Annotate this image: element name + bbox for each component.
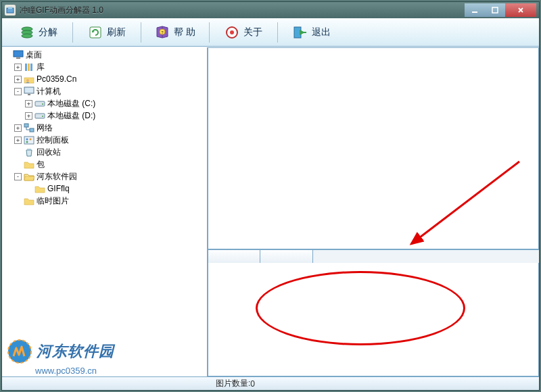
exit-icon xyxy=(293,25,308,40)
annotation-ellipse xyxy=(256,271,465,345)
refresh-label: 刷新 xyxy=(107,26,126,39)
app-window: 冲瞳GIF动画分解器 1.0 分解 刷新 ? 帮 助 xyxy=(1,1,540,391)
svg-point-30 xyxy=(26,139,28,141)
stack-icon xyxy=(20,25,34,40)
content-area: 桌面+库+Pc0359.Cn-计算机+本地磁盘 (C:)+本地磁盘 (D:)+网… xyxy=(2,47,539,376)
svg-rect-15 xyxy=(16,57,20,59)
decompose-button[interactable]: 分解 xyxy=(7,20,70,45)
frame-tab[interactable] xyxy=(208,250,260,264)
tree-item-label: 回收站 xyxy=(37,147,61,158)
window-controls xyxy=(465,3,536,17)
svg-rect-21 xyxy=(24,87,34,93)
expand-spacer xyxy=(14,161,22,168)
refresh-icon xyxy=(88,25,103,40)
tree-item-label: GIFflq xyxy=(47,184,70,193)
toolbar-separator xyxy=(72,22,73,43)
svg-rect-25 xyxy=(35,114,45,118)
toolbar: 分解 刷新 ? 帮 助 关于 退出 xyxy=(2,18,539,47)
image-count-label: 图片数量: xyxy=(216,378,250,389)
svg-rect-3 xyxy=(492,7,498,13)
expand-spacer xyxy=(14,197,22,205)
about-label: 关于 xyxy=(243,26,262,39)
expand-toggle[interactable]: + xyxy=(14,64,22,71)
tree-item[interactable]: 回收站 xyxy=(3,146,206,158)
tree-item[interactable]: 临时图片 xyxy=(3,195,206,207)
tree-item-label: 本地磁盘 (C:) xyxy=(47,98,95,109)
tree-item-label: 桌面 xyxy=(26,49,42,61)
tree-item-label: 包 xyxy=(37,159,45,170)
tree-item-label: 河东软件园 xyxy=(37,171,77,182)
image-count-value: 0 xyxy=(250,379,255,389)
expand-toggle[interactable]: + xyxy=(14,76,22,83)
help-button[interactable]: ? 帮 助 xyxy=(144,20,206,45)
toolbar-separator xyxy=(209,22,210,43)
expand-toggle[interactable]: - xyxy=(14,173,22,180)
svg-rect-17 xyxy=(28,64,30,71)
about-icon xyxy=(225,25,239,40)
tree-item[interactable]: +Pc0359.Cn xyxy=(3,73,206,85)
folder-icon xyxy=(24,159,34,170)
expand-spacer xyxy=(3,51,11,59)
tree-item[interactable]: +网络 xyxy=(3,122,206,134)
tree-item[interactable]: +控制面板 xyxy=(3,134,206,146)
decompose-label: 分解 xyxy=(39,26,57,39)
tree-item-label: 临时图片 xyxy=(37,195,69,207)
svg-rect-18 xyxy=(30,64,32,71)
svg-point-11 xyxy=(230,30,234,34)
frame-tab[interactable] xyxy=(260,250,313,264)
tree-item-label: 本地磁盘 (D:) xyxy=(47,110,95,122)
user-icon xyxy=(24,74,34,84)
svg-rect-28 xyxy=(30,128,34,132)
window-title: 冲瞳GIF动画分解器 1.0 xyxy=(20,5,465,16)
toolbar-separator xyxy=(141,22,141,43)
refresh-button[interactable]: 刷新 xyxy=(76,20,138,45)
maximize-button[interactable] xyxy=(485,3,505,17)
statusbar: 图片数量:0 xyxy=(2,376,539,390)
exit-button[interactable]: 退出 xyxy=(281,20,343,45)
expand-toggle[interactable]: + xyxy=(25,100,32,107)
tree-item-label: Pc0359.Cn xyxy=(37,74,76,84)
close-button[interactable] xyxy=(505,3,536,17)
minimize-button[interactable] xyxy=(465,3,485,17)
svg-rect-27 xyxy=(24,124,28,127)
desktop-icon xyxy=(13,49,24,60)
tree-item[interactable]: +本地磁盘 (D:) xyxy=(3,109,206,122)
tree-item[interactable]: -计算机 xyxy=(3,85,206,97)
preview-area[interactable] xyxy=(208,47,539,249)
svg-rect-14 xyxy=(14,51,23,57)
tree-item[interactable]: 桌面 xyxy=(3,49,206,61)
recycle-icon xyxy=(24,147,34,157)
exit-label: 退出 xyxy=(312,26,331,39)
folder-tree: 桌面+库+Pc0359.Cn-计算机+本地磁盘 (C:)+本地磁盘 (D:)+网… xyxy=(3,49,206,207)
expand-spacer xyxy=(14,149,22,156)
folder-icon xyxy=(34,183,45,194)
folder-open-icon xyxy=(24,171,34,182)
about-button[interactable]: 关于 xyxy=(212,20,275,45)
expand-toggle[interactable]: + xyxy=(25,112,32,120)
tree-item-label: 网络 xyxy=(37,122,53,134)
tree-item[interactable]: -河东软件园 xyxy=(3,170,206,182)
control-icon xyxy=(24,134,34,145)
expand-spacer xyxy=(25,185,32,193)
titlebar[interactable]: 冲瞳GIF动画分解器 1.0 xyxy=(2,2,539,18)
folder-icon xyxy=(24,195,34,206)
svg-rect-1 xyxy=(8,7,12,9)
main-panel xyxy=(208,47,539,376)
svg-text:?: ? xyxy=(161,30,164,34)
svg-point-20 xyxy=(26,79,29,82)
expand-toggle[interactable]: + xyxy=(14,137,22,144)
folder-tree-panel[interactable]: 桌面+库+Pc0359.Cn-计算机+本地磁盘 (C:)+本地磁盘 (D:)+网… xyxy=(2,47,208,376)
tree-item[interactable]: +本地磁盘 (C:) xyxy=(3,97,206,109)
help-label: 帮 助 xyxy=(174,26,195,39)
expand-toggle[interactable]: + xyxy=(14,124,22,132)
tree-item[interactable]: GIFflq xyxy=(3,182,206,195)
frames-panel[interactable] xyxy=(208,263,539,376)
svg-point-31 xyxy=(30,139,32,141)
computer-icon xyxy=(24,86,34,97)
lib-icon xyxy=(24,62,34,72)
expand-toggle[interactable]: - xyxy=(14,88,22,95)
tree-item-label: 控制面板 xyxy=(37,134,69,146)
tree-item[interactable]: 包 xyxy=(3,158,206,170)
tree-item[interactable]: +库 xyxy=(3,61,206,73)
svg-rect-2 xyxy=(472,11,477,13)
